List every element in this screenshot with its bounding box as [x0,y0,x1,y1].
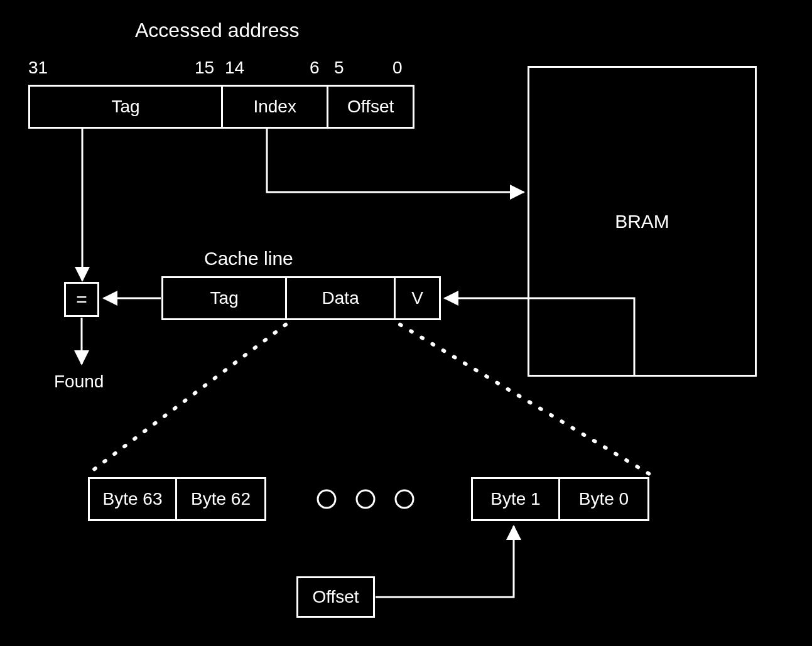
cache-line-title: Cache line [204,248,293,269]
address-index-field: Index [223,87,328,127]
bram-label: BRAM [615,211,669,232]
ellipsis-dot-1 [318,490,335,508]
bram-box: BRAM [528,66,757,377]
cacheline-data-field: Data [287,278,396,318]
cacheline-v-label: V [411,288,423,308]
address-row: Tag Index Offset [28,85,414,129]
address-offset-field: Offset [328,87,413,127]
byte-0: Byte 0 [560,479,647,519]
comparator-label: = [76,289,87,310]
cacheline-tag-label: Tag [210,288,239,308]
bit-pos-31: 31 [28,58,48,78]
byte-1-label: Byte 1 [490,489,540,509]
address-tag-field: Tag [30,87,223,127]
byte-0-label: Byte 0 [579,489,629,509]
address-index-label: Index [253,97,296,117]
byte-pair-low: Byte 1 Byte 0 [471,477,649,521]
cacheline-data-label: Data [322,288,359,308]
byte-63-label: Byte 63 [103,489,163,509]
ellipsis-dot-2 [357,490,374,508]
address-tag-label: Tag [111,97,139,117]
bit-pos-14: 14 [225,58,244,78]
arrow-index-to-bram [267,129,524,192]
offset-box-label: Offset [312,587,359,607]
bit-pos-6: 6 [310,58,320,78]
byte-1: Byte 1 [473,479,560,519]
byte-62-label: Byte 62 [191,489,251,509]
cacheline-tag-field: Tag [163,278,287,318]
cacheline-v-field: V [396,278,439,318]
byte-pair-high: Byte 63 Byte 62 [88,477,266,521]
ellipsis-dot-3 [396,490,413,508]
address-offset-label: Offset [347,97,394,117]
bit-pos-0: 0 [392,58,403,78]
byte-62: Byte 62 [177,479,264,519]
comparator-box: = [64,282,99,317]
cache-diagram: Accessed address 31 15 14 6 5 0 Tag Inde… [0,0,812,646]
arrow-offset-to-byte [376,526,514,597]
offset-box: Offset [296,576,375,618]
bit-pos-5: 5 [334,58,344,78]
dotted-fan-left [88,325,286,474]
accessed-address-title: Accessed address [135,19,299,42]
bit-pos-15: 15 [195,58,214,78]
cache-line-row: Tag Data V [161,276,441,320]
found-label: Found [54,372,104,392]
byte-63: Byte 63 [90,479,177,519]
